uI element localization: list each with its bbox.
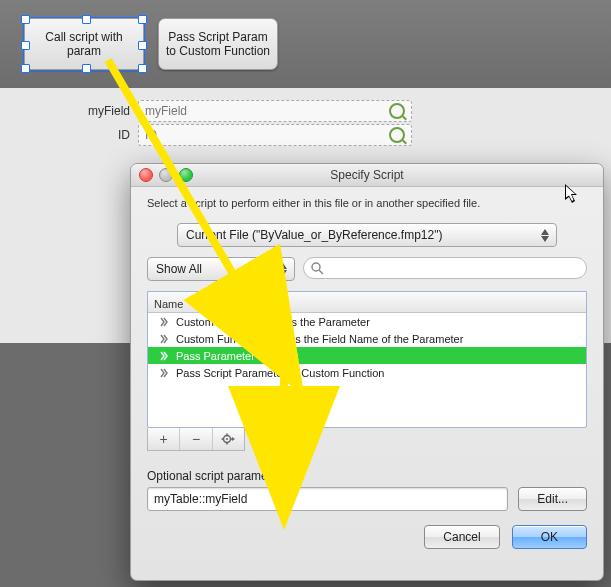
filter-popup-label: Show All bbox=[156, 262, 202, 276]
param-label: Optional script parameter: bbox=[147, 469, 587, 483]
selection-handle[interactable] bbox=[138, 64, 147, 73]
svg-marker-0 bbox=[541, 229, 549, 235]
action-gear-button[interactable] bbox=[213, 428, 244, 450]
specify-script-dialog: Specify Script Select a script to perfor… bbox=[130, 163, 604, 581]
close-icon[interactable] bbox=[139, 168, 153, 182]
quickfind-icon bbox=[389, 127, 405, 143]
field-label: ID bbox=[70, 128, 138, 142]
script-list[interactable]: Name Custom Function Retuns the Paramete… bbox=[147, 291, 587, 428]
field-value: ID bbox=[145, 128, 157, 142]
list-toolbar: + − bbox=[147, 428, 245, 451]
list-item-label: Custom Function Returns the Field Name o… bbox=[176, 333, 463, 345]
param-value: myTable::myField bbox=[154, 492, 247, 506]
zoom-icon[interactable] bbox=[179, 168, 193, 182]
gear-icon bbox=[221, 432, 235, 446]
svg-point-4 bbox=[312, 263, 320, 271]
field-value: myField bbox=[145, 104, 187, 118]
list-header-name[interactable]: Name bbox=[148, 292, 586, 313]
field-label: myField bbox=[70, 104, 138, 118]
file-popup-label: Current File ("ByValue_or_ByReference.fm… bbox=[186, 228, 442, 242]
add-button[interactable]: + bbox=[148, 428, 180, 450]
selection-handle[interactable] bbox=[138, 15, 147, 24]
svg-marker-2 bbox=[279, 263, 287, 269]
script-icon bbox=[158, 350, 170, 362]
selection-handle[interactable] bbox=[21, 15, 30, 24]
selection-handle[interactable] bbox=[21, 41, 30, 50]
script-icon bbox=[158, 333, 170, 345]
search-icon bbox=[311, 262, 324, 275]
selection-handle[interactable] bbox=[138, 41, 147, 50]
quickfind-icon bbox=[389, 103, 405, 119]
list-item-label: Pass Parameter to Script bbox=[176, 350, 298, 362]
list-item[interactable]: Pass Parameter to Script bbox=[148, 347, 586, 364]
list-item[interactable]: Custom Function Retuns the Parameter bbox=[148, 313, 586, 330]
ok-button[interactable]: OK bbox=[512, 525, 587, 549]
cancel-button[interactable]: Cancel bbox=[424, 525, 499, 549]
svg-line-5 bbox=[319, 270, 323, 274]
layout-button-pass-param[interactable]: Pass Script Param to Custom Function bbox=[158, 18, 278, 70]
svg-point-7 bbox=[226, 438, 228, 440]
dialog-titlebar[interactable]: Specify Script bbox=[131, 164, 603, 187]
list-item[interactable]: Pass Script Parameter to Custom Function bbox=[148, 364, 586, 381]
script-icon bbox=[158, 367, 170, 379]
layout-button-call-script[interactable]: Call script with param bbox=[24, 18, 144, 70]
layout-button-label: Call script with param bbox=[31, 30, 137, 59]
selection-handle[interactable] bbox=[82, 64, 91, 73]
chevron-updown-icon bbox=[276, 261, 290, 277]
filter-popup[interactable]: Show All bbox=[147, 257, 295, 281]
svg-marker-12 bbox=[232, 437, 235, 441]
script-icon bbox=[158, 316, 170, 328]
remove-button[interactable]: − bbox=[180, 428, 212, 450]
param-input[interactable]: myTable::myField bbox=[147, 487, 508, 511]
dialog-title: Specify Script bbox=[330, 168, 403, 182]
list-item[interactable]: Custom Function Returns the Field Name o… bbox=[148, 330, 586, 347]
svg-marker-1 bbox=[541, 236, 549, 242]
selection-handle[interactable] bbox=[21, 64, 30, 73]
list-item-label: Custom Function Retuns the Parameter bbox=[176, 316, 370, 328]
list-item-label: Pass Script Parameter to Custom Function bbox=[176, 367, 384, 379]
field-id[interactable]: ID bbox=[138, 124, 412, 146]
field-myfield[interactable]: myField bbox=[138, 100, 412, 122]
dialog-description: Select a script to perform either in thi… bbox=[147, 197, 587, 209]
search-input[interactable] bbox=[303, 257, 587, 279]
layout-button-label: Pass Script Param to Custom Function bbox=[165, 30, 271, 59]
svg-marker-3 bbox=[279, 270, 287, 276]
file-popup[interactable]: Current File ("ByValue_or_ByReference.fm… bbox=[177, 223, 557, 247]
minimize-icon bbox=[159, 168, 173, 182]
chevron-updown-icon bbox=[538, 227, 552, 243]
edit-button[interactable]: Edit... bbox=[518, 487, 587, 511]
selection-handle[interactable] bbox=[82, 15, 91, 24]
